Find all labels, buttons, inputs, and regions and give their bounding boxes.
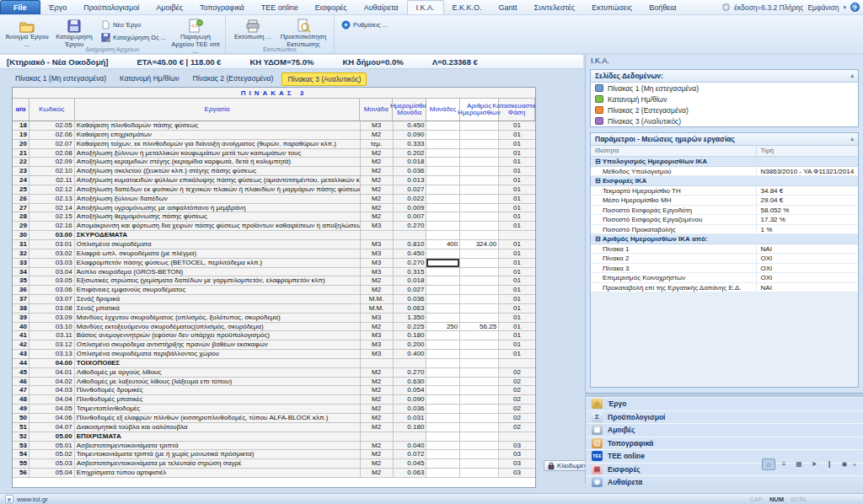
menu-tab-ι-κ-α-[interactable]: Ι.Κ.Α. [407,0,444,14]
cell-units[interactable] [426,340,460,349]
cell-units[interactable] [426,140,460,148]
param-row[interactable]: Προκαταβολή επί της Εργατικής Δαπάνης Ε.… [591,283,858,293]
cell-per-unit[interactable]: 0.630 [394,378,427,386]
cell-rownum[interactable]: 38 [13,304,29,313]
cell-work[interactable]: Σενάζ δρομικά [75,295,361,303]
cell-unit[interactable]: M2 [361,378,394,386]
cell-unit[interactable]: M2 [361,414,394,422]
cell-code[interactable]: 02.05 [29,121,75,130]
cell-unit[interactable]: M3 [361,331,394,340]
cell-rownum[interactable]: 34 [13,268,29,276]
cell-code[interactable]: 02.16 [29,222,75,230]
cell-units[interactable] [426,268,460,276]
cell-unit[interactable]: τεμ. [361,140,394,148]
param-row[interactable]: Ποσοστό Εισφοράς Εργοδότη58.052 % [591,206,858,216]
cell-daywages[interactable] [460,259,499,267]
cell-phase[interactable]: 02 [499,395,535,404]
sheet-tab-2[interactable]: Κατανομή Ημ/θίων [115,72,185,86]
column-header-3[interactable]: Εργασία [75,99,361,121]
cell-unit[interactable]: M2 [361,323,394,331]
nav-item-budget[interactable]: ΣΠροϋπολογισμοί [586,410,863,424]
cell-units[interactable] [426,442,460,450]
cell-phase[interactable]: 01 [499,121,535,130]
cell-code[interactable]: 04.00 [29,359,75,367]
cell-work[interactable]: Άοπλο σκυρόδεμα (GROS-BETON) [75,268,361,276]
cell-unit[interactable]: M2 [361,167,394,175]
cell-code[interactable]: 02.10 [29,167,75,175]
help-tray-icon[interactable]: ◉ [838,458,851,470]
cell-daywages[interactable] [460,121,499,130]
cell-phase[interactable]: 01 [499,140,535,148]
param-group-row[interactable]: ⊟ Αριθμός Ημερομισθίων ΙΚΑ από: [591,234,858,244]
param-value[interactable]: 34.84 € [757,186,858,196]
cell-code[interactable]: 03.09 [29,314,75,322]
cell-rownum[interactable]: 21 [13,149,29,158]
help-icon[interactable]: ? [850,3,860,12]
cell-code[interactable]: 03.06 [29,286,75,294]
cell-phase[interactable]: 01 [499,323,535,331]
menu-tab-αυθαίρετα[interactable]: Αυθαίρετα [356,0,407,14]
param-value[interactable]: ΝΑΙ [757,244,858,254]
cell-work[interactable]: Αποξήλωση κεραμιδιών στέγης (κεραμίδια κ… [75,158,361,166]
cell-code[interactable]: 03.05 [29,276,75,285]
cell-units[interactable] [426,167,460,175]
cell-units[interactable] [426,121,460,130]
cell-daywages[interactable] [460,185,499,194]
cell-rownum[interactable]: 28 [13,212,29,221]
cell-units[interactable] [426,450,460,458]
cell-rownum[interactable]: 30 [13,231,29,239]
cell-daywages[interactable] [460,314,499,322]
param-row[interactable]: Μέσο Ημερομίσθιο ΜΗ29.04 € [591,196,858,206]
cell-work[interactable]: Ασβεστοτσιμεντοκονιάματα με τελευταία στ… [75,459,361,468]
cell-units[interactable] [426,204,460,212]
cell-rownum[interactable]: 54 [13,450,29,458]
cell-rownum[interactable]: 53 [13,442,29,450]
cell-phase[interactable]: 01 [499,259,535,267]
cell-code[interactable]: 02.11 [29,176,75,185]
cell-per-unit[interactable]: 0.018 [394,276,427,285]
cell-work[interactable]: Βάσεις ανεμογεννητριών (εφόσον δεν υπάρχ… [75,331,361,340]
cell-code[interactable]: 04.05 [29,405,75,413]
cell-code[interactable]: 03.12 [29,340,75,349]
collapse-icon[interactable]: ▴ [850,72,854,79]
cell-per-unit[interactable]: 0.027 [394,185,427,194]
nav-item-ergo[interactable]: ⌂Έργο [586,397,863,410]
chevron-down-icon[interactable]: ▾ [843,4,846,11]
cell-phase[interactable]: 01 [499,195,535,203]
column-header-4[interactable]: Μονάδα [360,99,393,121]
cell-units[interactable] [426,212,460,221]
cell-per-unit[interactable]: 0.270 [394,368,427,377]
cell-units[interactable] [426,432,460,441]
cell-units[interactable] [426,368,460,377]
display-menu[interactable]: Εμφάνιση [807,3,839,12]
cell-daywages[interactable] [460,222,499,230]
cell-work[interactable]: ΕΠΙΧΡΙΣΜΑΤΑ [75,432,361,441]
cell-per-unit[interactable]: 0.007 [394,212,427,221]
cell-phase[interactable]: 02 [499,405,535,413]
sheet-tab-3[interactable]: Πίνακας 2 (Εστεγασμένα) [188,72,279,86]
cell-work[interactable]: Μανδύες έγχυτου σκυροδέματος (οπλισμός, … [75,314,361,322]
cell-code[interactable]: 03.04 [29,268,75,276]
cell-per-unit[interactable]: 0.018 [394,158,427,166]
param-row[interactable]: Πίνακα 2ΟΧΙ [591,254,858,264]
cell-work[interactable]: Επιχρίσματα τύπου αρτιφισιέλ [75,469,361,477]
cell-per-unit[interactable]: 1.350 [394,314,427,322]
cell-phase[interactable]: 03 [499,442,535,450]
param-row[interactable]: Πίνακα 1ΝΑΙ [591,244,858,255]
cell-phase[interactable]: 02 [499,386,535,394]
cell-unit[interactable]: M2 [361,176,394,185]
cell-phase[interactable]: 02 [499,414,535,422]
cell-daywages[interactable] [460,304,499,313]
cell-rownum[interactable]: 29 [13,222,29,230]
cell-units[interactable] [426,378,460,386]
param-value[interactable]: ΟΧΙ [757,254,858,263]
cell-unit[interactable]: M2 [361,158,394,166]
cell-code[interactable]: 05.00 [29,432,75,441]
cell-daywages[interactable] [460,149,499,158]
cell-code[interactable]: 04.04 [29,395,75,404]
cell-code[interactable]: 04.07 [29,423,75,432]
cell-unit[interactable] [361,359,394,367]
menu-tab-έργο[interactable]: Έργο [40,0,76,14]
sheet-tab-4[interactable]: Πίνακας 3 (Αναλυτικός) [281,72,367,86]
cell-per-unit[interactable]: 0.072 [394,450,427,458]
